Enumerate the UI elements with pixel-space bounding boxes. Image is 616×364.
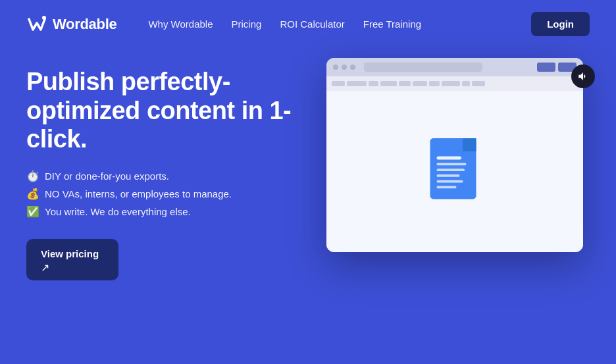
toolbar-item-8 bbox=[442, 81, 460, 86]
browser-nav-btns bbox=[537, 63, 577, 72]
sound-icon bbox=[577, 70, 589, 82]
logo-area: Wordable bbox=[26, 14, 116, 35]
hero-headline: Publish perfectly-optimized content in 1… bbox=[26, 68, 300, 154]
feature-item-3: ✅ You write. We do everything else. bbox=[26, 205, 300, 218]
cta-arrow-icon: ↗ bbox=[41, 261, 49, 274]
page-wrapper: Wordable Why Wordable Pricing ROI Calcul… bbox=[0, 0, 616, 364]
logo-icon bbox=[26, 14, 47, 35]
toolbar-item-1 bbox=[332, 81, 345, 86]
browser-body bbox=[326, 76, 583, 252]
feature-emoji-3: ✅ bbox=[26, 205, 39, 218]
cta-label: View pricing bbox=[41, 248, 99, 260]
feature-item-1: ⏱️ DIY or done-for-you exports. bbox=[26, 170, 300, 182]
browser-nav-btn-1 bbox=[537, 63, 555, 72]
toolbar-item-7 bbox=[429, 81, 440, 86]
svg-rect-2 bbox=[463, 138, 476, 151]
hero-features: ⏱️ DIY or done-for-you exports. 💰 NO VAs… bbox=[26, 170, 300, 218]
hero-right bbox=[326, 58, 590, 252]
nav-link-why-wordable[interactable]: Why Wordable bbox=[148, 18, 213, 30]
browser-toolbar bbox=[326, 76, 583, 91]
toolbar-item-4 bbox=[380, 81, 397, 86]
browser-dot-3 bbox=[350, 65, 355, 70]
gdoc-icon-container bbox=[428, 138, 481, 204]
svg-rect-7 bbox=[437, 180, 463, 182]
svg-rect-5 bbox=[437, 169, 465, 171]
nav-link-pricing[interactable]: Pricing bbox=[232, 18, 262, 30]
browser-dot-1 bbox=[333, 65, 338, 70]
browser-dot-2 bbox=[342, 65, 347, 70]
brand-name: Wordable bbox=[53, 16, 116, 33]
feature-text-3: You write. We do everything else. bbox=[45, 206, 191, 217]
browser-mockup bbox=[326, 58, 583, 252]
svg-rect-3 bbox=[437, 156, 462, 159]
feature-emoji-2: 💰 bbox=[26, 188, 39, 200]
login-button[interactable]: Login bbox=[531, 12, 590, 36]
nav-link-roi-calculator[interactable]: ROI Calculator bbox=[280, 18, 344, 30]
svg-rect-4 bbox=[437, 163, 467, 165]
toolbar-item-2 bbox=[347, 81, 367, 86]
feature-item-2: 💰 NO VAs, interns, or employees to manag… bbox=[26, 188, 300, 200]
toolbar-item-10 bbox=[472, 81, 485, 86]
toolbar-item-5 bbox=[399, 81, 411, 86]
svg-point-0 bbox=[42, 16, 46, 20]
svg-rect-8 bbox=[437, 186, 457, 188]
feature-emoji-1: ⏱️ bbox=[26, 170, 39, 182]
gdoc-icon bbox=[428, 138, 481, 204]
toolbar-item-9 bbox=[462, 81, 470, 86]
toolbar-item-3 bbox=[369, 81, 378, 86]
hero-section: Publish perfectly-optimized content in 1… bbox=[0, 48, 616, 280]
navbar: Wordable Why Wordable Pricing ROI Calcul… bbox=[0, 0, 616, 48]
svg-rect-6 bbox=[437, 174, 460, 177]
view-pricing-button[interactable]: View pricing ↗ bbox=[26, 239, 118, 280]
browser-url-bar bbox=[364, 63, 482, 72]
feature-text-1: DIY or done-for-you exports. bbox=[45, 170, 169, 182]
toolbar-item-6 bbox=[413, 81, 427, 86]
nav-link-free-training[interactable]: Free Training bbox=[363, 18, 421, 30]
nav-links: Why Wordable Pricing ROI Calculator Free… bbox=[148, 18, 510, 30]
sound-button[interactable] bbox=[571, 65, 595, 88]
hero-left: Publish perfectly-optimized content in 1… bbox=[26, 61, 300, 280]
feature-text-2: NO VAs, interns, or employees to manage. bbox=[45, 188, 232, 199]
browser-bar bbox=[326, 58, 583, 76]
